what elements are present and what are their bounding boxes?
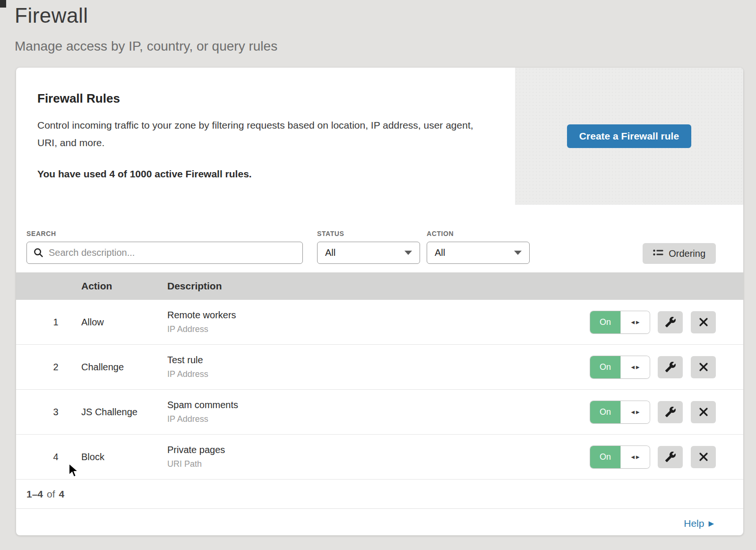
rule-action: JS Challenge — [81, 407, 167, 418]
rule-match-type: IP Address — [167, 414, 590, 424]
create-rule-panel: Create a Firewall rule — [515, 68, 743, 205]
usage-summary: You have used 4 of 1000 active Firewall … — [37, 168, 494, 180]
page-header: Firewall Manage access by IP, country, o… — [0, 0, 756, 54]
toggle-arrows-icon: ◂▸ — [620, 356, 650, 378]
pagination: 1–4 of 4 — [16, 480, 743, 509]
chevron-down-icon — [514, 251, 522, 255]
toggle-arrows-icon: ◂▸ — [620, 311, 650, 333]
rule-description-cell: Private pages URI Path — [167, 445, 590, 469]
rule-description: Test rule — [167, 355, 590, 366]
page-subtitle: Manage access by IP, country, or query r… — [15, 39, 756, 54]
wrench-icon — [665, 406, 676, 418]
edit-rule-button[interactable] — [658, 311, 683, 333]
rule-enabled-toggle[interactable]: On ◂▸ — [590, 401, 650, 423]
edit-rule-button[interactable] — [658, 446, 683, 468]
card-footer: Help ▶ — [16, 509, 743, 538]
delete-rule-button[interactable] — [691, 401, 716, 423]
action-selected-value: All — [435, 247, 445, 258]
rule-description: Remote workers — [167, 310, 590, 321]
delete-rule-button[interactable] — [691, 446, 716, 468]
close-icon — [699, 452, 708, 462]
toggle-on-label: On — [590, 311, 620, 333]
table-header: Action Description — [16, 272, 743, 300]
close-icon — [699, 317, 708, 327]
search-label: SEARCH — [26, 230, 303, 237]
pagination-of: of — [47, 489, 55, 500]
table-row: 2 Challenge Test rule IP Address On ◂▸ — [16, 345, 743, 390]
close-icon — [699, 407, 708, 417]
card-title: Firewall Rules — [37, 91, 494, 106]
rule-match-type: IP Address — [167, 324, 590, 334]
pagination-range: 1–4 — [26, 489, 43, 500]
toggle-on-label: On — [590, 446, 620, 468]
page-title: Firewall — [15, 4, 756, 27]
toggle-on-label: On — [590, 401, 620, 423]
filters-bar: SEARCH STATUS All ACTION All — [16, 205, 743, 264]
table-row: 3 JS Challenge Spam comments IP Address … — [16, 390, 743, 435]
rule-enabled-toggle[interactable]: On ◂▸ — [590, 311, 650, 333]
status-selected-value: All — [325, 247, 335, 258]
card-header: Firewall Rules Control incoming traffic … — [16, 68, 743, 205]
rule-action: Allow — [81, 317, 167, 328]
status-select[interactable]: All — [317, 242, 420, 264]
rule-controls: On ◂▸ — [590, 311, 743, 333]
close-icon — [699, 362, 708, 372]
rule-match-type: IP Address — [167, 369, 590, 379]
sidebar-edge-fragment — [0, 0, 6, 8]
toggle-arrows-icon: ◂▸ — [620, 401, 650, 423]
search-icon — [33, 247, 44, 258]
firewall-rules-card: Firewall Rules Control incoming traffic … — [16, 68, 743, 535]
rule-description-cell: Remote workers IP Address — [167, 310, 590, 334]
card-header-text: Firewall Rules Control incoming traffic … — [16, 68, 515, 205]
pagination-total: 4 — [59, 489, 65, 500]
rule-action: Challenge — [81, 362, 167, 373]
caret-right-icon: ▶ — [708, 519, 714, 528]
rule-description-cell: Spam comments IP Address — [167, 400, 590, 424]
status-filter: STATUS All — [317, 230, 420, 264]
rule-priority: 4 — [16, 452, 81, 463]
rule-action: Block — [81, 452, 167, 463]
ordering-button[interactable]: Ordering — [643, 243, 716, 264]
toggle-arrows-icon: ◂▸ — [620, 446, 650, 468]
rule-description: Private pages — [167, 445, 590, 455]
wrench-icon — [665, 316, 676, 328]
wrench-icon — [665, 451, 676, 463]
search-input[interactable] — [26, 242, 303, 264]
delete-rule-button[interactable] — [691, 356, 716, 378]
wrench-icon — [665, 361, 676, 373]
search-filter: SEARCH — [26, 230, 303, 264]
list-ordering-icon — [653, 249, 663, 258]
rule-priority: 2 — [16, 362, 81, 373]
toggle-on-label: On — [590, 356, 620, 378]
help-link[interactable]: Help ▶ — [684, 518, 714, 529]
rule-controls: On ◂▸ — [590, 401, 743, 423]
create-firewall-rule-button[interactable]: Create a Firewall rule — [567, 124, 691, 148]
rule-controls: On ◂▸ — [590, 446, 743, 468]
status-label: STATUS — [317, 230, 420, 237]
column-header-action: Action — [81, 280, 167, 292]
edit-rule-button[interactable] — [658, 401, 683, 423]
card-description: Control incoming traffic to your zone by… — [37, 116, 491, 151]
column-header-description: Description — [167, 280, 743, 292]
rule-priority: 3 — [16, 407, 81, 418]
rule-priority: 1 — [16, 317, 81, 328]
chevron-down-icon — [404, 251, 412, 255]
action-select[interactable]: All — [427, 242, 530, 264]
ordering-button-label: Ordering — [669, 248, 705, 259]
rule-description: Spam comments — [167, 400, 590, 410]
rule-controls: On ◂▸ — [590, 356, 743, 378]
rule-enabled-toggle[interactable]: On ◂▸ — [590, 356, 650, 378]
rule-enabled-toggle[interactable]: On ◂▸ — [590, 446, 650, 468]
table-row: 1 Allow Remote workers IP Address On ◂▸ — [16, 300, 743, 345]
action-label: ACTION — [427, 230, 530, 237]
rule-description-cell: Test rule IP Address — [167, 355, 590, 379]
help-label: Help — [684, 518, 704, 529]
delete-rule-button[interactable] — [691, 311, 716, 333]
table-row: 4 Block Private pages URI Path On ◂▸ — [16, 435, 743, 480]
rule-match-type: URI Path — [167, 459, 590, 469]
edit-rule-button[interactable] — [658, 356, 683, 378]
action-filter: ACTION All — [427, 230, 530, 264]
